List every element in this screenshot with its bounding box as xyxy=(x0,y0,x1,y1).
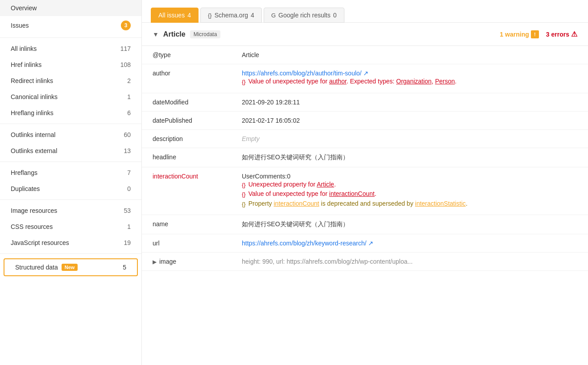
table-row: datePublished 2021-02-17 16:05:02 xyxy=(142,111,588,129)
divider-5 xyxy=(0,253,141,254)
warning-label: warning xyxy=(505,31,529,38)
tab-google-label: Google rich results xyxy=(278,12,331,19)
divider-4 xyxy=(0,199,141,200)
sidebar: Overview Issues 3 All inlinks 117 Href i… xyxy=(0,0,142,365)
image-resources-label: Image resources xyxy=(11,207,124,214)
value-date-modified: 2021-09-20 19:28:11 xyxy=(231,93,588,111)
sidebar-item-duplicates[interactable]: Duplicates 0 xyxy=(0,181,141,197)
interaction-error-2: {} Value of unexpected type for interact… xyxy=(242,190,577,199)
css-resources-count: 1 xyxy=(127,223,131,230)
hreflang-inlinks-label: Hreflang inlinks xyxy=(11,109,127,116)
interaction-count-link[interactable]: interactionCount xyxy=(329,190,375,197)
schema-icon: {} xyxy=(208,12,212,19)
error-icon: ⚠ xyxy=(571,30,577,38)
error-summary: 3 errors ⚠ xyxy=(546,30,577,38)
sidebar-item-outlinks-internal[interactable]: Outlinks internal 60 xyxy=(0,127,141,143)
tab-schema-label: Schema.org xyxy=(215,12,248,19)
sidebar-item-outlinks-external[interactable]: Outlinks external 13 xyxy=(0,143,141,159)
value-author: https://ahrefs.com/blog/zh/author/tim-so… xyxy=(231,64,588,93)
new-badge: New xyxy=(62,264,78,271)
canonical-inlinks-count: 1 xyxy=(127,93,131,100)
organization-link[interactable]: Organization xyxy=(396,78,431,85)
image-value: height: 990, url: https://ahrefs.com/blo… xyxy=(242,258,413,265)
all-inlinks-label: All inlinks xyxy=(11,45,120,52)
value-description: Empty xyxy=(231,129,588,148)
schema-error-icon: {} xyxy=(242,78,246,87)
divider-1 xyxy=(0,37,141,38)
article-link-1[interactable]: Article xyxy=(317,181,334,188)
tab-google-rich-results[interactable]: G Google rich results 0 xyxy=(264,8,344,23)
table-row: description Empty xyxy=(142,129,588,148)
tab-google-count: 0 xyxy=(333,12,337,19)
property-author: author xyxy=(142,64,231,93)
structured-data-label: Structured data xyxy=(15,264,58,271)
sidebar-item-canonical-inlinks[interactable]: Canonical inlinks 1 xyxy=(0,89,141,105)
js-resources-label: JavaScript resources xyxy=(11,239,124,246)
schema-warn-icon: {} xyxy=(242,200,246,209)
sidebar-item-structured-data[interactable]: Structured data New 5 xyxy=(4,258,138,276)
sidebar-item-hreflang-inlinks[interactable]: Hreflang inlinks 6 xyxy=(0,105,141,121)
schema-error-icon-2: {} xyxy=(242,190,246,199)
table-row: interactionCount UserComments:0 {} Unexp… xyxy=(142,167,588,215)
outlinks-internal-count: 60 xyxy=(124,131,131,138)
error-count: 3 xyxy=(546,31,550,38)
main-panel: All issues 4 {} Schema.org 4 G Google ri… xyxy=(142,0,588,365)
author-error-link[interactable]: author xyxy=(329,78,347,85)
tab-schema-org[interactable]: {} Schema.org 4 xyxy=(200,8,262,23)
outlinks-external-label: Outlinks external xyxy=(11,147,124,154)
value-name: 如何进行SEO关键词研究（入门指南） xyxy=(231,215,588,234)
sidebar-item-overview[interactable]: Overview xyxy=(0,0,141,16)
issues-badge: 3 xyxy=(121,21,131,30)
property-interaction-count: interactionCount xyxy=(142,167,231,215)
person-link[interactable]: Person xyxy=(435,78,455,85)
href-inlinks-label: Href inlinks xyxy=(11,61,120,68)
sidebar-item-js-resources[interactable]: JavaScript resources 19 xyxy=(0,235,141,251)
schema-error-icon-1: {} xyxy=(242,181,246,190)
property-description: description xyxy=(142,129,231,148)
warning-count: 1 xyxy=(500,31,503,38)
warning-summary: 1 warning ! xyxy=(500,30,538,38)
sidebar-item-css-resources[interactable]: CSS resources 1 xyxy=(0,219,141,235)
value-headline: 如何进行SEO关键词研究（入门指南） xyxy=(231,148,588,167)
css-resources-label: CSS resources xyxy=(11,223,127,230)
image-collapse-icon[interactable]: ▶ xyxy=(153,259,157,265)
image-resources-count: 53 xyxy=(124,207,131,214)
error-label: errors xyxy=(551,31,569,38)
sidebar-item-href-inlinks[interactable]: Href inlinks 108 xyxy=(0,57,141,73)
interaction-count-value: UserComments:0 xyxy=(242,173,290,180)
interaction-warn-1: {} Property interactionCount is deprecat… xyxy=(242,200,577,209)
value-image: height: 990, url: https://ahrefs.com/blo… xyxy=(231,253,588,271)
table-row: name 如何进行SEO关键词研究（入门指南） xyxy=(142,215,588,234)
redirect-inlinks-count: 2 xyxy=(127,77,131,84)
interaction-statistic-link[interactable]: interactionStatistic xyxy=(415,200,466,207)
sidebar-item-all-inlinks[interactable]: All inlinks 117 xyxy=(0,41,141,57)
author-error-1: {} Value of unexpected type for author. … xyxy=(242,78,577,87)
collapse-arrow-icon[interactable]: ▼ xyxy=(153,31,159,38)
table-row: @type Article xyxy=(142,46,588,64)
structured-data-count: 5 xyxy=(123,264,126,271)
content-area: ▼ Article Microdata 1 warning ! 3 errors… xyxy=(142,23,588,365)
properties-table: @type Article author https://ahrefs.com/… xyxy=(142,46,588,271)
value-interaction-count: UserComments:0 {} Unexpected property fo… xyxy=(231,167,588,215)
tab-all-issues-count: 4 xyxy=(187,12,191,19)
article-header-right: 1 warning ! 3 errors ⚠ xyxy=(500,30,577,38)
article-header: ▼ Article Microdata 1 warning ! 3 errors… xyxy=(142,23,588,46)
hreflangs-count: 7 xyxy=(127,169,131,176)
sidebar-item-redirect-inlinks[interactable]: Redirect inlinks 2 xyxy=(0,73,141,89)
interaction-count-warn-link[interactable]: interactionCount xyxy=(274,200,319,207)
author-link[interactable]: https://ahrefs.com/blog/zh/author/tim-so… xyxy=(242,70,369,77)
all-inlinks-count: 117 xyxy=(120,45,131,52)
value-date-published: 2021-02-17 16:05:02 xyxy=(231,111,588,129)
outlinks-internal-label: Outlinks internal xyxy=(11,131,124,138)
href-inlinks-count: 108 xyxy=(120,61,131,68)
warning-icon: ! xyxy=(531,30,539,38)
url-link[interactable]: https://ahrefs.com/blog/zh/keyword-resea… xyxy=(242,240,373,247)
tab-all-issues[interactable]: All issues 4 xyxy=(151,8,199,23)
tab-schema-count: 4 xyxy=(251,12,254,19)
divider-3 xyxy=(0,162,141,162)
sidebar-overview-label: Overview xyxy=(11,4,37,12)
sidebar-item-hreflangs[interactable]: Hreflangs 7 xyxy=(0,165,141,181)
tabs-bar: All issues 4 {} Schema.org 4 G Google ri… xyxy=(142,0,588,23)
sidebar-item-image-resources[interactable]: Image resources 53 xyxy=(0,203,141,219)
sidebar-item-issues[interactable]: Issues 3 xyxy=(0,16,141,35)
